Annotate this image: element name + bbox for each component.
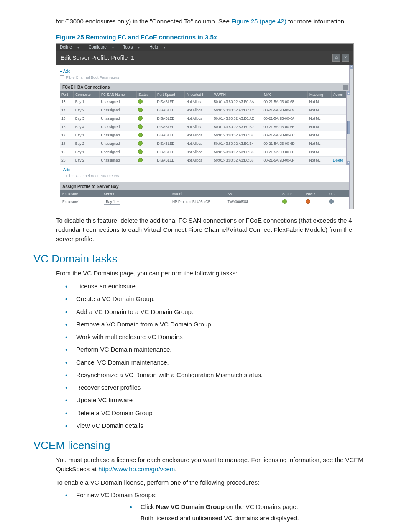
list-item: Perform VC Domain maintenance. [65,345,366,354]
menubar: Define ▾ Configure ▾ Tools ▾ Help ▾ [56,44,353,51]
licensing-bullet: For new VC Domain Groups: Click New VC D… [65,491,366,523]
licensing-bullet-list: For new VC Domain Groups: Click New VC D… [65,491,366,523]
list-item: Remove a VC Domain from a VC Domain Grou… [65,320,366,329]
table-row: 18Bay 2UnassignedDISABLEDNot Alloca50:01… [60,139,350,148]
server-bay-select[interactable]: Bay 1 [104,199,120,205]
delete-link[interactable]: Delete [333,158,343,162]
help-icon[interactable]: ? [342,54,349,62]
heading-vcem-licensing: VCEM licensing [33,439,366,452]
status-ok-icon [138,99,143,104]
list-item: View VC Domain details [65,421,366,430]
intro-text-b: for more information. [288,18,346,25]
table-row: 13Bay 1UnassignedDISABLEDNot Alloca50:01… [60,98,350,106]
menu-tools[interactable]: Tools ▾ [123,45,144,49]
vc-tasks-intro: From the VC Domains page, you can perfor… [56,269,366,278]
assign-row: Enclosure1 Bay 1 HP ProLiant BL495c G5 T… [60,197,350,206]
step-1: Click New VC Domain Group on the VC Doma… [130,502,366,523]
licensing-steps: Click New VC Domain Group on the VC Doma… [122,502,366,523]
intro-text-a: for C3000 enclosures only) in the "Conne… [56,18,231,25]
add-button-bottom[interactable]: +Add [60,167,350,172]
fcoe-table: Port Connecte FC SAN Name Status Port Sp… [60,91,350,165]
table-scrollbar[interactable]: ▴▾ [346,91,350,165]
heading-vc-domain-tasks: VC Domain tasks [33,252,366,265]
assign-table: Enclosure Server Model SN Status Power U… [60,190,350,206]
list-item: Resynchronize a VC Domain with a Configu… [65,371,366,379]
status-ok-icon [282,199,287,204]
status-ok-icon [138,158,143,162]
menu-define[interactable]: Define ▾ [60,45,83,49]
list-item: License an enclosure. [65,282,366,290]
status-ok-icon [138,116,143,121]
add-button-top[interactable]: +Add [60,69,350,74]
list-item: Add a VC Domain to a VC Domain Group. [65,308,366,316]
menu-configure[interactable]: Configure ▾ [88,45,118,49]
uid-icon [329,199,334,204]
fcoe-section-header: FCoE HBA Connections – [60,83,350,91]
step-1-sub: Both licensed and unlicensed VC domains … [141,514,366,523]
panel-title: Edit Server Profile: Profile_1 [61,54,134,61]
list-item: Create a VC Domain Group. [65,295,366,303]
fibre-params-checkbox[interactable]: Fibre Channel Boot Parameters [60,75,350,80]
after-figure-paragraph: To disable this feature, delete the addi… [56,216,366,243]
figure-screenshot: Define ▾ Configure ▾ Tools ▾ Help ▾ Edit… [56,43,354,209]
fcoe-table-header: Port Connecte FC SAN Name Status Port Sp… [60,91,350,98]
table-row: 20Bay 2UnassignedDISABLEDNot Alloca50:01… [60,156,350,164]
table-row: 14Bay 2UnassignedDISABLEDNot Alloca50:01… [60,106,350,114]
figure-caption: Figure 25 Removing FC and FCoE connectio… [56,33,366,41]
list-item: Recover server profiles [65,383,366,392]
table-row: 16Bay 4UnassignedDISABLEDNot Alloca50:01… [60,123,350,131]
menu-help[interactable]: Help ▾ [149,45,169,49]
licensing-p1: You must purchase a license for each enc… [56,455,366,474]
status-ok-icon [138,133,143,137]
collapse-icon[interactable]: – [343,85,348,90]
vcem-url-link[interactable]: http://www.hp.com/go/vcem [98,465,175,473]
list-item: Update VC firmware [65,396,366,404]
list-item: Work with multienclosure VC Domains [65,333,366,341]
list-item: Cancel VC Domain maintenance. [65,358,366,367]
status-ok-icon [138,149,143,154]
fibre-params-checkbox-2[interactable]: Fibre Channel Boot Parameters [60,174,350,178]
status-ok-icon [138,108,143,112]
table-row: 17Bay 1UnassignedDISABLEDNot Alloca50:01… [60,131,350,139]
print-icon[interactable]: ⎙ [332,54,340,62]
list-item: Delete a VC Domain Group [65,409,366,417]
table-row: 15Bay 3UnassignedDISABLEDNot Alloca50:01… [60,114,350,123]
assign-section-header: Assign Profile to Server Bay [60,182,350,190]
table-row: 19Bay 1UnassignedDISABLEDNot Alloca50:01… [60,148,350,156]
status-ok-icon [138,141,143,146]
licensing-p2: To enable a VC Domain license, perform o… [56,478,366,487]
intro-paragraph: for C3000 enclosures only) in the "Conne… [56,17,366,26]
vc-tasks-list: License an enclosure.Create a VC Domain … [65,282,366,430]
figure-ref-link[interactable]: Figure 25 (page 42) [231,18,286,25]
power-icon [306,199,310,204]
status-ok-icon [138,124,143,129]
